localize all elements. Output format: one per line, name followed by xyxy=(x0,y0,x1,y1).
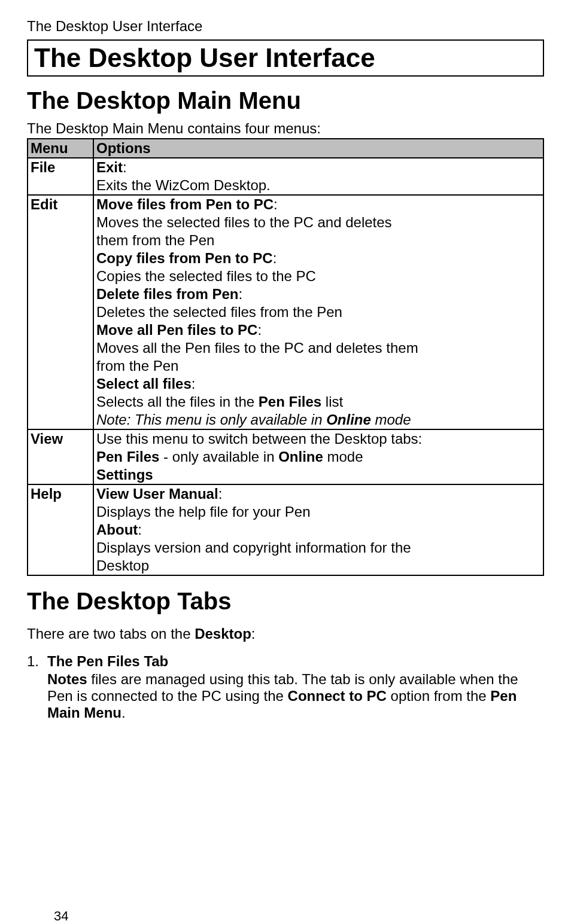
moveall-desc1: Moves all the Pen files to the PC and de… xyxy=(96,340,418,356)
note-pre: Note: This menu is only available in xyxy=(96,411,326,428)
period: . xyxy=(122,705,126,721)
online-bold: Online xyxy=(278,449,323,465)
penfiles-mid: - only available in xyxy=(159,449,278,465)
exit-desc: Exits the WizCom Desktop. xyxy=(96,177,271,193)
list-item-heading: The Pen Files Tab xyxy=(47,653,544,670)
list-number: 1. xyxy=(27,653,47,721)
list-heading-pre: The xyxy=(47,653,77,669)
notes-bold: Notes xyxy=(47,671,87,687)
section2-intro: There are two tabs on the Desktop: xyxy=(27,626,544,642)
connect-mid: option from the xyxy=(387,688,490,704)
connect-bold: Connect to PC xyxy=(288,688,387,704)
delete-desc: Deletes the selected files from the Pen xyxy=(96,304,342,320)
intro-bold: Desktop xyxy=(195,626,251,642)
manual-label: View User Manual xyxy=(96,486,218,502)
settings-label: Settings xyxy=(96,466,153,483)
table-header-options: Options xyxy=(93,139,543,158)
select-desc-pre: Selects all the files in the xyxy=(96,394,259,410)
page-number: 34 xyxy=(54,908,68,924)
list-heading-post: Tab xyxy=(140,653,169,669)
note-post: mode xyxy=(371,411,411,428)
penfiles-post: mode xyxy=(323,449,363,465)
penfiles-bold: Pen Files xyxy=(96,449,159,465)
menu-cell-file: File xyxy=(28,158,93,195)
delete-label: Delete files from Pen xyxy=(96,286,238,302)
menu-cell-view: View xyxy=(28,429,93,484)
copy-label: Copy files from Pen to PC xyxy=(96,250,273,266)
menu-table: Menu Options File Exit: Exits the WizCom… xyxy=(27,138,544,576)
intro-post: : xyxy=(251,626,256,642)
page-title: The Desktop User Interface xyxy=(34,43,537,73)
list-heading-bold: Pen Files xyxy=(77,653,139,669)
section1-heading: The Desktop Main Menu xyxy=(27,87,544,114)
list-content: The Pen Files Tab Notes files are manage… xyxy=(47,653,544,721)
move-label: Move files from Pen to PC xyxy=(96,196,274,212)
exit-label: Exit xyxy=(96,159,123,175)
table-row: Help View User Manual: Displays the help… xyxy=(28,484,543,575)
menu-cell-help: Help xyxy=(28,484,93,575)
options-cell-edit: Move files from Pen to PC: Moves the sel… xyxy=(93,195,543,429)
about-desc2: Desktop xyxy=(96,557,149,574)
intro-pre: There are two tabs on the xyxy=(27,626,195,642)
manual-desc: Displays the help file for your Pen xyxy=(96,504,311,520)
select-label: Select all files xyxy=(96,376,192,392)
numbered-list: 1. The Pen Files Tab Notes files are man… xyxy=(27,653,544,721)
about-label: About xyxy=(96,522,138,538)
about-desc1: Displays version and copyright informati… xyxy=(96,539,411,556)
select-desc-post: list xyxy=(321,394,343,410)
table-row: Edit Move files from Pen to PC: Moves th… xyxy=(28,195,543,429)
section1-intro: The Desktop Main Menu contains four menu… xyxy=(27,120,544,137)
table-header-menu: Menu xyxy=(28,139,93,158)
list-item-body: Notes files are managed using this tab. … xyxy=(47,671,544,721)
move-desc1: Moves the selected files to the PC and d… xyxy=(96,214,392,230)
moveall-desc2: from the Pen xyxy=(96,358,178,374)
table-row: File Exit: Exits the WizCom Desktop. xyxy=(28,158,543,195)
menu-cell-edit: Edit xyxy=(28,195,93,429)
page-header-label: The Desktop User Interface xyxy=(27,18,544,35)
list-item: 1. The Pen Files Tab Notes files are man… xyxy=(27,653,544,721)
options-cell-view: Use this menu to switch between the Desk… xyxy=(93,429,543,484)
select-desc-bold: Pen Files xyxy=(259,394,321,410)
section2-heading: The Desktop Tabs xyxy=(27,588,544,615)
move-desc2: them from the Pen xyxy=(96,232,214,248)
options-cell-help: View User Manual: Displays the help file… xyxy=(93,484,543,575)
view-desc: Use this menu to switch between the Desk… xyxy=(96,431,422,447)
options-cell-file: Exit: Exits the WizCom Desktop. xyxy=(93,158,543,195)
copy-desc: Copies the selected files to the PC xyxy=(96,268,316,284)
note-bold: Online xyxy=(326,411,371,428)
table-row: View Use this menu to switch between the… xyxy=(28,429,543,484)
moveall-label: Move all Pen files to PC xyxy=(96,322,257,338)
title-box: The Desktop User Interface xyxy=(27,39,544,77)
